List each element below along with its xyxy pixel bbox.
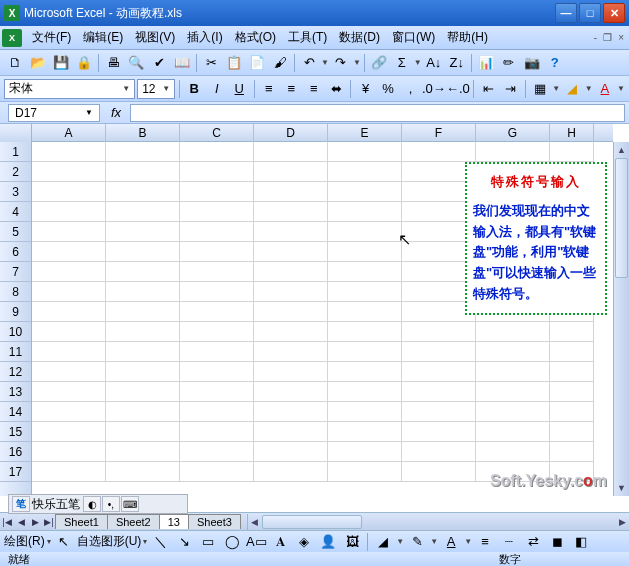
cell[interactable] [32, 142, 106, 162]
scroll-right-icon[interactable]: ▶ [615, 514, 629, 530]
cell[interactable] [550, 142, 594, 162]
cell[interactable] [328, 262, 402, 282]
cell[interactable] [32, 382, 106, 402]
menu-window[interactable]: 窗口(W) [386, 26, 441, 49]
cell[interactable] [328, 322, 402, 342]
font-size-combo[interactable]: 12▼ [137, 79, 175, 99]
cell[interactable] [180, 262, 254, 282]
cell[interactable] [254, 202, 328, 222]
menu-format[interactable]: 格式(O) [229, 26, 282, 49]
cell[interactable] [32, 362, 106, 382]
minimize-button[interactable]: — [555, 3, 577, 23]
research-icon[interactable]: 📖 [171, 52, 193, 74]
tab-first-icon[interactable]: |◀ [0, 514, 14, 530]
ime-logo-icon[interactable]: 笔 [12, 496, 30, 512]
cell[interactable] [476, 422, 550, 442]
row-header[interactable]: 11 [0, 342, 31, 362]
draw-menu[interactable]: 绘图(R) [4, 533, 45, 550]
cell[interactable] [32, 442, 106, 462]
ime-punct-icon[interactable]: •, [102, 496, 120, 512]
cell[interactable] [32, 282, 106, 302]
row-header[interactable]: 3 [0, 182, 31, 202]
arrow-icon[interactable]: ↘ [173, 531, 195, 553]
row-header[interactable]: 16 [0, 442, 31, 462]
cell[interactable] [106, 262, 180, 282]
cell[interactable] [180, 202, 254, 222]
select-objects-icon[interactable]: ↖ [53, 531, 75, 553]
increase-indent-icon[interactable]: ⇥ [500, 78, 521, 100]
cell[interactable] [328, 362, 402, 382]
cell[interactable] [32, 422, 106, 442]
vertical-scrollbar[interactable]: ▲ ▼ [613, 142, 629, 496]
cell[interactable] [328, 462, 402, 482]
cell[interactable] [106, 442, 180, 462]
cell[interactable] [180, 182, 254, 202]
col-header[interactable]: A [32, 124, 106, 142]
oval-icon[interactable]: ◯ [221, 531, 243, 553]
new-icon[interactable]: 🗋 [4, 52, 26, 74]
cell[interactable] [180, 462, 254, 482]
align-center-icon[interactable]: ≡ [281, 78, 302, 100]
row-header[interactable]: 13 [0, 382, 31, 402]
sort-asc-icon[interactable]: A↓ [423, 52, 445, 74]
cell[interactable] [32, 202, 106, 222]
cell[interactable] [106, 282, 180, 302]
menu-data[interactable]: 数据(D) [333, 26, 386, 49]
copy-icon[interactable]: 📋 [223, 52, 245, 74]
col-header[interactable]: G [476, 124, 550, 142]
cell[interactable] [402, 402, 476, 422]
comma-icon[interactable]: , [400, 78, 421, 100]
menu-insert[interactable]: 插入(I) [181, 26, 228, 49]
cell[interactable] [402, 382, 476, 402]
cell[interactable] [476, 362, 550, 382]
col-header[interactable]: H [550, 124, 594, 142]
increase-decimal-icon[interactable]: .0→ [423, 78, 445, 100]
cell[interactable] [328, 422, 402, 442]
permission-icon[interactable]: 🔒 [73, 52, 95, 74]
rectangle-icon[interactable]: ▭ [197, 531, 219, 553]
menu-tools[interactable]: 工具(T) [282, 26, 333, 49]
cell[interactable] [32, 302, 106, 322]
cell[interactable] [254, 262, 328, 282]
row-header[interactable]: 9 [0, 302, 31, 322]
cell[interactable] [476, 442, 550, 462]
cell[interactable] [254, 242, 328, 262]
cell[interactable] [402, 462, 476, 482]
scroll-down-icon[interactable]: ▼ [614, 480, 629, 496]
cell[interactable] [476, 322, 550, 342]
cell[interactable] [106, 222, 180, 242]
cell[interactable] [32, 162, 106, 182]
scroll-thumb[interactable] [615, 158, 628, 278]
dash-style-icon[interactable]: ┈ [498, 531, 520, 553]
cell[interactable] [180, 402, 254, 422]
font-name-combo[interactable]: 宋体▼ [4, 79, 135, 99]
cell[interactable] [254, 182, 328, 202]
cell[interactable] [476, 402, 550, 422]
hyperlink-icon[interactable]: 🔗 [368, 52, 390, 74]
cell[interactable] [180, 242, 254, 262]
cell[interactable] [550, 362, 594, 382]
print-icon[interactable]: 🖶 [102, 52, 124, 74]
diagram-icon[interactable]: ◈ [293, 531, 315, 553]
cell[interactable] [254, 162, 328, 182]
name-box[interactable]: D17▼ [8, 104, 100, 122]
cell[interactable] [550, 382, 594, 402]
tab-last-icon[interactable]: ▶| [42, 514, 56, 530]
line-style-icon[interactable]: ≡ [474, 531, 496, 553]
wordart-icon[interactable]: 𝐀 [269, 531, 291, 553]
cell[interactable] [254, 342, 328, 362]
cell[interactable] [254, 282, 328, 302]
cell[interactable] [180, 362, 254, 382]
cell[interactable] [106, 142, 180, 162]
menu-help[interactable]: 帮助(H) [441, 26, 494, 49]
cell[interactable] [476, 342, 550, 362]
cell[interactable] [106, 422, 180, 442]
align-left-icon[interactable]: ≡ [258, 78, 279, 100]
row-header[interactable]: 7 [0, 262, 31, 282]
autosum-icon[interactable]: Σ [391, 52, 413, 74]
cell[interactable] [180, 342, 254, 362]
cell[interactable] [476, 382, 550, 402]
cell[interactable] [180, 162, 254, 182]
cell[interactable] [106, 302, 180, 322]
cell[interactable] [402, 342, 476, 362]
